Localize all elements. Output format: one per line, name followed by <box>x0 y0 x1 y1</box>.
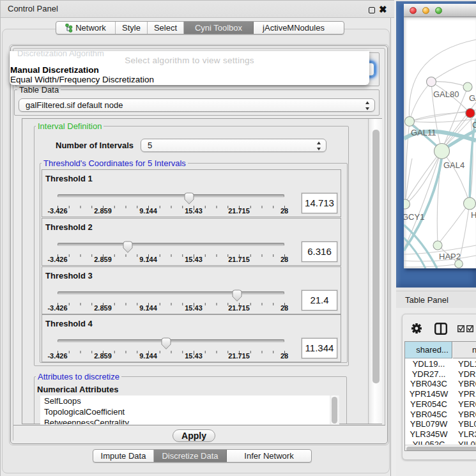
svg-text:GCY1: GCY1 <box>404 212 424 222</box>
svg-text:HIS4: HIS4 <box>471 210 476 220</box>
svg-text:CYC8: CYC8 <box>472 120 476 130</box>
svg-text:HAP2: HAP2 <box>439 252 461 261</box>
svg-text:GAL80: GAL80 <box>433 89 459 99</box>
svg-text:GAL..: GAL.. <box>469 93 476 103</box>
svg-text:GAL11: GAL11 <box>411 128 436 137</box>
svg-text:GAL4: GAL4 <box>443 160 464 170</box>
